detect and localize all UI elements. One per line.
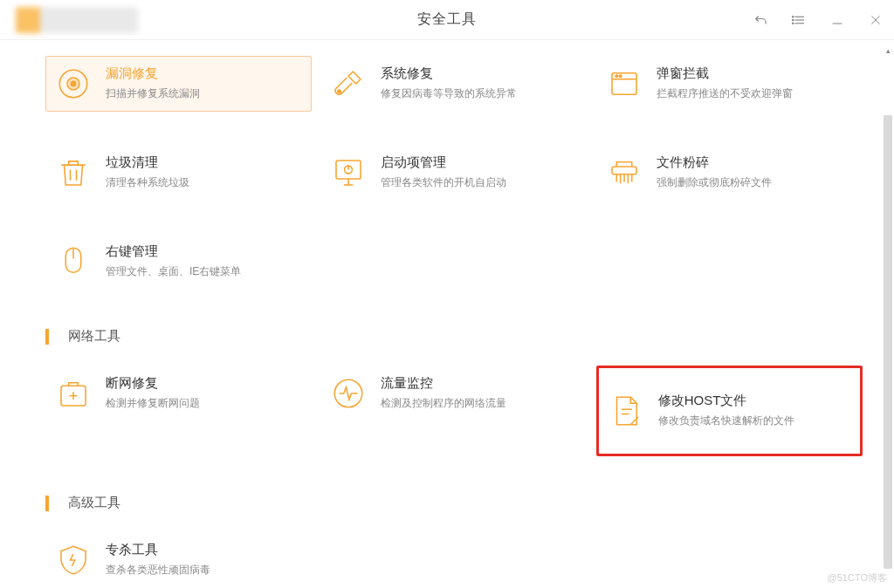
shield-bolt-icon — [55, 542, 92, 578]
section-bar-icon — [45, 496, 49, 511]
app-logo — [16, 7, 138, 33]
tool-special-kill[interactable]: 专杀工具 查杀各类恶性顽固病毒 — [45, 532, 312, 585]
tool-desc: 管理各类软件的开机自启动 — [381, 175, 506, 190]
tool-popup-block[interactable]: 弹窗拦截 拦截程序推送的不受欢迎弹窗 — [596, 56, 863, 112]
pulse-icon — [330, 375, 367, 412]
shredder-icon — [606, 154, 643, 191]
menu-button[interactable] — [787, 9, 810, 31]
tool-traffic-monitor[interactable]: 流量监控 检测及控制程序的网络流量 — [320, 366, 587, 456]
svg-point-5 — [793, 23, 794, 24]
tool-desc: 拦截程序推送的不受欢迎弹窗 — [657, 86, 793, 101]
tool-title: 启动项管理 — [381, 154, 506, 171]
system-tools-grid: 漏洞修复 扫描并修复系统漏洞 系统修复 修复因病毒等导致的系统异常 弹窗拦截 拦… — [45, 56, 863, 290]
tool-title: 专杀工具 — [106, 542, 210, 558]
tool-title: 漏洞修复 — [106, 65, 200, 82]
tool-desc: 修改负责域名快速解析的文件 — [658, 414, 794, 428]
tool-title: 弹窗拦截 — [657, 65, 793, 82]
tool-desc: 查杀各类恶性顽固病毒 — [106, 563, 210, 578]
svg-point-35 — [335, 379, 363, 407]
section-title: 高级工具 — [68, 495, 120, 511]
section-bar-icon — [45, 329, 49, 345]
tool-title: 断网修复 — [106, 375, 200, 392]
scrollbar[interactable]: ▴ — [884, 47, 892, 585]
tool-desc: 检测并修复断网问题 — [106, 396, 200, 411]
tool-title: 右键管理 — [106, 243, 241, 260]
wrench-icon — [330, 65, 367, 102]
tool-system-repair[interactable]: 系统修复 修复因病毒等导致的系统异常 — [320, 56, 587, 112]
tool-desc: 检测及控制程序的网络流量 — [381, 396, 506, 411]
tool-title: 系统修复 — [381, 65, 517, 82]
tool-junk-clean[interactable]: 垃圾清理 清理各种系统垃圾 — [45, 145, 312, 201]
mouse-icon — [55, 243, 92, 280]
close-button[interactable] — [864, 9, 887, 31]
tool-desc: 管理文件、桌面、IE右键菜单 — [106, 264, 241, 279]
tool-desc: 修复因病毒等导致的系统异常 — [381, 86, 517, 101]
content-area: 漏洞修复 扫描并修复系统漏洞 系统修复 修复因病毒等导致的系统异常 弹窗拦截 拦… — [0, 40, 894, 585]
window-title: 安全工具 — [417, 10, 477, 29]
tool-title: 文件粉碎 — [657, 154, 772, 171]
network-tools-grid: 断网修复 检测并修复断网问题 流量监控 检测及控制程序的网络流量 修改HOST文… — [45, 366, 863, 456]
tool-title: 垃圾清理 — [106, 154, 189, 171]
target-icon — [55, 65, 92, 102]
watermark: @51CTO博客 — [828, 571, 887, 585]
window-controls — [749, 0, 887, 40]
section-header-network: 网络工具 — [45, 328, 863, 345]
section-header-advanced: 高级工具 — [45, 495, 863, 511]
titlebar: 安全工具 — [0, 0, 894, 40]
window-block-icon — [606, 65, 643, 102]
tool-network-repair[interactable]: 断网修复 检测并修复断网问题 — [45, 366, 312, 456]
scroll-up-icon[interactable]: ▴ — [884, 47, 892, 56]
back-button[interactable] — [749, 9, 772, 31]
tool-rightclick-manage[interactable]: 右键管理 管理文件、桌面、IE右键菜单 — [45, 234, 312, 290]
svg-point-15 — [615, 75, 618, 78]
tool-edit-host[interactable]: 修改HOST文件 修改负责域名快速解析的文件 — [596, 366, 863, 456]
tool-desc: 清理各种系统垃圾 — [106, 175, 189, 190]
tool-title: 流量监控 — [381, 375, 506, 392]
trash-icon — [55, 154, 92, 191]
file-edit-icon — [608, 393, 644, 429]
tool-vuln-repair[interactable]: 漏洞修复 扫描并修复系统漏洞 — [45, 56, 312, 112]
advanced-tools-grid: 专杀工具 查杀各类恶性顽固病毒 — [45, 532, 863, 585]
section-title: 网络工具 — [68, 328, 120, 345]
svg-point-11 — [71, 81, 75, 85]
svg-rect-24 — [612, 167, 636, 174]
monitor-power-icon — [330, 154, 367, 191]
tool-desc: 强制删除或彻底粉碎文件 — [657, 175, 772, 190]
firstaid-icon — [55, 375, 92, 412]
scrollbar-thumb[interactable] — [884, 115, 892, 569]
tool-title: 修改HOST文件 — [658, 393, 794, 409]
minimize-button[interactable] — [826, 9, 849, 31]
tool-desc: 扫描并修复系统漏洞 — [106, 86, 200, 101]
svg-point-16 — [619, 75, 622, 78]
svg-point-3 — [793, 17, 794, 18]
tool-startup-manage[interactable]: 启动项管理 管理各类软件的开机自启动 — [320, 145, 587, 201]
svg-point-4 — [793, 19, 794, 21]
tool-file-shred[interactable]: 文件粉碎 强制删除或彻底粉碎文件 — [596, 145, 863, 201]
svg-point-12 — [338, 90, 341, 93]
